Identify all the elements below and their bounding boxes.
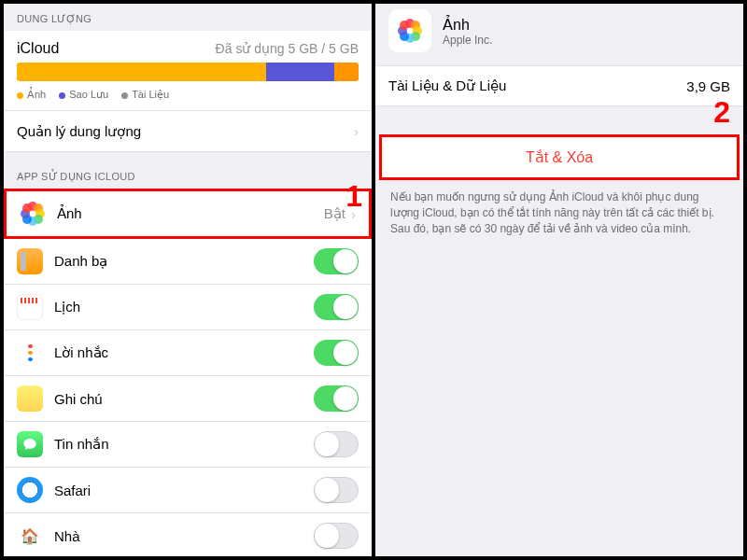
manage-storage-row[interactable]: Quản lý dung lượng › [4,111,372,152]
messages-toggle[interactable] [314,431,359,457]
app-label: Tin nhắn [54,436,314,453]
app-row-calendar[interactable]: Lịch [4,285,372,330]
legend-item: Tài Liệu [121,89,169,101]
storage-segment [17,63,266,81]
data-value: 3,9 GB [686,78,730,94]
safari-icon [17,477,43,503]
detail-header: Ảnh Apple Inc. [375,4,743,60]
storage-used: Đã sử dụng 5 GB / 5 GB [216,41,359,56]
notes-icon [17,385,43,412]
storage-legend: ẢnhSao LưuTài Liệu [17,89,359,101]
photos-row[interactable]: Ảnh Bật › [4,189,372,239]
app-label: Safari [54,483,314,498]
data-row: Tài Liệu & Dữ Liệu 3,9 GB [375,65,743,106]
photos-label: Ảnh [57,205,324,222]
data-label: Tài Liệu & Dữ Liệu [388,77,686,94]
disable-delete-button[interactable]: Tắt & Xóa [379,134,740,180]
apps-header: APP SỬ DỤNG ICLOUD [4,161,372,189]
calendar-toggle[interactable] [314,294,359,320]
contacts-icon [17,248,43,274]
contacts-toggle[interactable] [314,248,359,274]
storage-segment [266,63,334,81]
app-row-home[interactable]: 🏠Nhà [4,513,372,556]
app-row-safari[interactable]: Safari [4,468,372,513]
messages-icon [17,431,43,457]
storage-title-row: iCloud Đã sử dụng 5 GB / 5 GB [4,31,372,63]
storage-bar-wrap: ẢnhSao LưuTài Liệu [4,63,372,111]
detail-note: Nếu bạn muốn ngưng sử dụng Ảnh iCloud và… [375,180,743,245]
detail-app-name: Ảnh [443,16,492,34]
reminders-icon [17,340,43,366]
safari-toggle[interactable] [314,477,359,503]
legend-item: Sao Lưu [59,89,108,101]
home-toggle[interactable] [314,523,359,549]
storage-bar [17,63,359,81]
app-row-reminders[interactable]: Lời nhắc [4,330,372,376]
annotation-marker-1: 1 [345,179,362,214]
app-row-contacts[interactable]: Danh bạ [4,239,372,285]
app-row-notes[interactable]: Ghi chú [4,376,372,422]
app-label: Ghi chú [54,391,314,407]
calendar-icon [17,294,43,320]
notes-toggle[interactable] [314,385,359,412]
app-label: Lời nhắc [54,344,314,361]
photos-app-icon [388,9,431,52]
home-icon: 🏠 [17,523,43,549]
photos-value: Bật [324,205,345,222]
action-label: Tắt & Xóa [526,149,593,165]
detail-vendor: Apple Inc. [443,34,492,47]
legend-item: Ảnh [17,89,46,101]
photos-icon [20,201,46,227]
chevron-right-icon: › [354,123,359,139]
storage-title: iCloud [17,40,59,57]
storage-header: DUNG LƯỢNG [4,4,372,31]
storage-segment [334,63,359,81]
app-label: Nhà [54,528,314,544]
app-label: Danh bạ [54,253,314,270]
app-row-messages[interactable]: Tin nhắn [4,422,372,468]
detail-pane: Ảnh Apple Inc. Tài Liệu & Dữ Liệu 3,9 GB… [375,4,743,556]
manage-storage-label: Quản lý dung lượng [17,123,348,140]
app-label: Lịch [54,299,314,315]
reminders-toggle[interactable] [314,340,359,366]
storage-pane: DUNG LƯỢNG iCloud Đã sử dụng 5 GB / 5 GB… [4,4,372,556]
annotation-marker-2: 2 [713,95,730,130]
